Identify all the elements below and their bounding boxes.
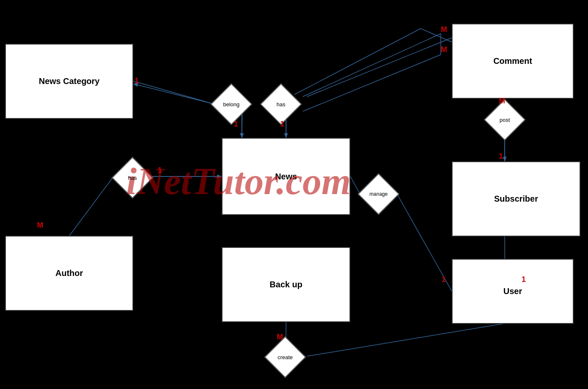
cardinality-1-has-top-bottom: 1 (280, 120, 284, 129)
cardinality-1-news-category: 1 (135, 76, 139, 85)
entity-author: Author (5, 236, 133, 311)
diamond-post-label: post (500, 117, 510, 123)
svg-line-0 (133, 81, 215, 104)
entity-backup-label: Back up (270, 280, 302, 289)
diamond-has-top-wrapper: has (262, 92, 300, 117)
entity-subscriber: Subscriber (452, 161, 580, 237)
svg-line-3 (294, 29, 421, 95)
diamond-post-wrapper: post (486, 107, 524, 132)
svg-line-14 (307, 323, 505, 356)
cardinality-1-has-left-right: 1 (158, 166, 162, 175)
cardinality-1-belong-bottom: 1 (234, 120, 238, 129)
cardinality-m-backup-create: M (277, 333, 283, 342)
svg-line-19 (134, 84, 215, 104)
entity-news-category-label: News Category (39, 76, 100, 86)
svg-line-21 (303, 34, 441, 97)
diamond-has-top-label: has (277, 101, 286, 108)
diamond-create-label: create (278, 354, 293, 360)
cardinality-1-post-bottom: 1 (499, 152, 503, 161)
diamond-belong-wrapper: belong (212, 92, 250, 117)
cardinality-m-has-left-author: M (37, 221, 43, 230)
cardinality-1-manage-user: 1 (442, 275, 446, 284)
diamond-manage-label: manage (369, 191, 387, 197)
entity-comment-label: Comment (493, 56, 532, 66)
entity-user-label: User (503, 286, 522, 296)
svg-line-8 (69, 176, 114, 236)
svg-line-10 (350, 176, 360, 193)
diamond-has-left-label: has (128, 175, 137, 181)
diamond-has-left-wrapper: has (114, 165, 151, 190)
entity-subscriber-label: Subscriber (494, 194, 538, 204)
entity-news-category: News Category (5, 44, 133, 119)
diamond-create-wrapper: create (266, 344, 304, 370)
entity-comment: Comment (452, 24, 574, 99)
cardinality-m-comment-second: M (441, 45, 447, 54)
cardinality-m-post-top: M (499, 97, 505, 105)
cardinality-1-user-right: 1 (522, 275, 526, 284)
entity-author-label: Author (56, 268, 83, 278)
cardinality-m-comment-top: M (441, 25, 447, 34)
diamond-belong-label: belong (223, 101, 239, 108)
svg-line-5 (307, 38, 452, 97)
entity-backup: Back up (222, 247, 350, 322)
entity-user: User (452, 259, 574, 324)
entity-news: News (222, 138, 350, 215)
diamond-manage-wrapper: manage (360, 181, 397, 207)
svg-line-22 (303, 55, 441, 111)
entity-news-label: News (275, 172, 297, 181)
